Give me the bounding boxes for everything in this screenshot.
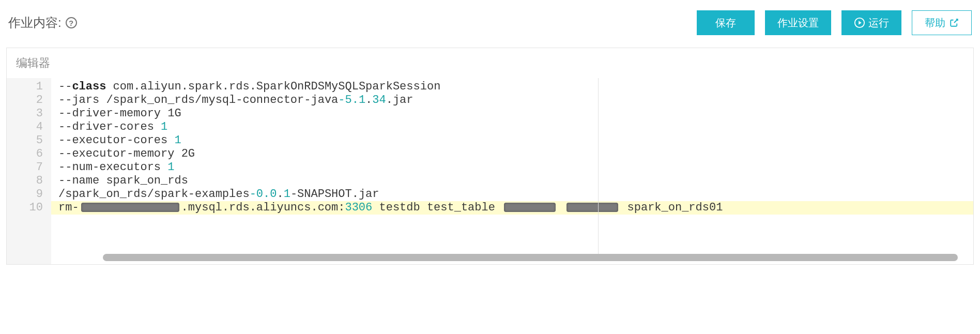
play-circle-icon	[854, 17, 865, 28]
code-line: /spark_on_rds/spark-examples-0.0.1-SNAPS…	[58, 188, 973, 201]
line-number: 8	[7, 174, 43, 188]
save-button[interactable]: 保存	[697, 10, 755, 35]
button-row: 保存 作业设置 运行 帮助	[697, 10, 972, 35]
redacted-text	[566, 203, 618, 212]
external-link-icon	[950, 18, 959, 27]
save-button-label: 保存	[715, 16, 736, 30]
job-settings-button-label: 作业设置	[777, 16, 819, 30]
toolbar: 作业内容: ? 保存 作业设置 运行 帮助	[6, 10, 974, 35]
line-number: 5	[7, 134, 43, 147]
line-number: 2	[7, 94, 43, 107]
line-number: 10	[7, 201, 43, 215]
job-settings-button[interactable]: 作业设置	[765, 10, 831, 35]
editor-panel: 编辑器 1 2 3 4 5 6 7 8 9 10 --class com.ali…	[6, 48, 974, 265]
code-line: --num-executors 1	[58, 161, 973, 174]
line-number: 3	[7, 107, 43, 120]
page-title: 作业内容:	[8, 14, 62, 31]
line-number: 6	[7, 147, 43, 161]
line-number: 7	[7, 161, 43, 174]
code-line: --name spark_on_rds	[58, 174, 973, 188]
code-area[interactable]: --class com.aliyun.spark.rds.SparkOnRDSM…	[51, 78, 973, 264]
print-margin-line	[598, 78, 599, 254]
code-line: --driver-memory 1G	[58, 107, 973, 120]
line-number: 4	[7, 120, 43, 134]
help-button-label: 帮助	[925, 16, 945, 30]
line-number: 9	[7, 188, 43, 201]
redacted-text	[504, 203, 556, 212]
code-line: --class com.aliyun.spark.rds.SparkOnRDSM…	[58, 80, 973, 94]
code-line: --jars /spark_on_rds/mysql-connector-jav…	[58, 94, 973, 107]
line-number: 1	[7, 80, 43, 94]
redacted-text	[81, 203, 179, 212]
code-editor[interactable]: 1 2 3 4 5 6 7 8 9 10 --class com.aliyun.…	[7, 78, 973, 264]
code-line: --driver-cores 1	[58, 120, 973, 134]
code-line: --executor-memory 2G	[58, 147, 973, 161]
code-line: rm-.mysql.rds.aliyuncs.com:3306 testdb t…	[58, 201, 973, 215]
run-button-label: 运行	[868, 16, 889, 30]
run-button[interactable]: 运行	[841, 10, 901, 35]
help-tooltip-icon[interactable]: ?	[66, 17, 77, 28]
horizontal-scrollbar[interactable]	[103, 254, 958, 261]
code-line: --executor-cores 1	[58, 134, 973, 147]
editor-header-label: 编辑器	[16, 56, 50, 69]
page-title-wrap: 作业内容: ?	[8, 14, 77, 31]
line-number-gutter: 1 2 3 4 5 6 7 8 9 10	[7, 78, 51, 264]
help-button[interactable]: 帮助	[912, 10, 972, 35]
editor-header: 编辑器	[7, 48, 973, 78]
